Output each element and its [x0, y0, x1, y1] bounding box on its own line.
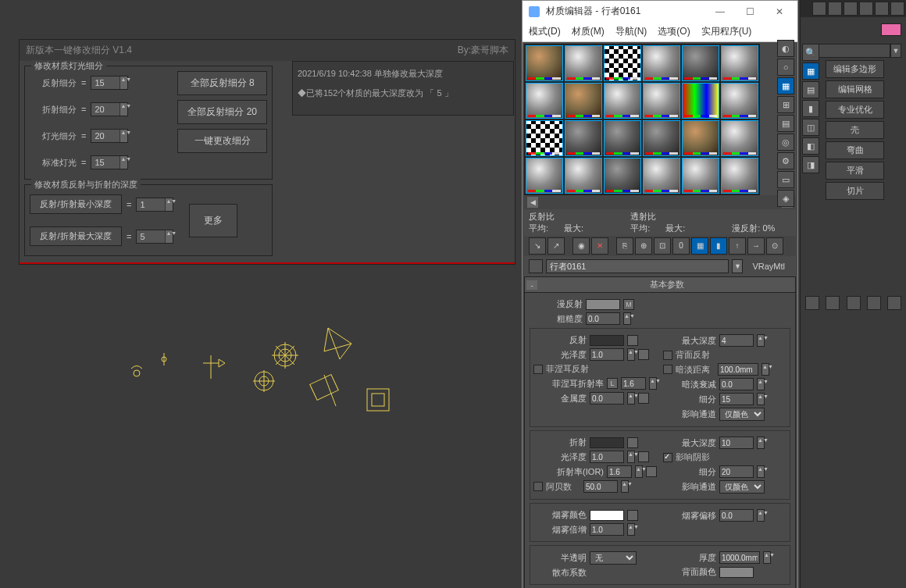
- dimdist-checkbox[interactable]: [663, 365, 672, 374]
- rollout-basic-params[interactable]: - 基本参数: [524, 276, 796, 293]
- dropper-icon[interactable]: [529, 259, 543, 273]
- dimdist-input[interactable]: [718, 363, 758, 376]
- fog-bias-input[interactable]: [719, 509, 754, 522]
- background-icon[interactable]: ▦: [777, 77, 794, 94]
- utilities-tab-icon[interactable]: [890, 2, 904, 16]
- options-icon[interactable]: ⚙: [777, 152, 794, 169]
- refract-gloss-input[interactable]: [590, 451, 624, 463]
- reflect-affect-select[interactable]: 仅颜色: [719, 408, 765, 421]
- mod-edit-mesh[interactable]: 编辑网格: [826, 80, 884, 98]
- material-name-input[interactable]: [546, 259, 729, 273]
- refract-maxdepth-input[interactable]: [719, 437, 754, 449]
- menu-utilities[interactable]: 实用程序(U): [701, 25, 752, 38]
- sample-type-icon[interactable]: ◐: [777, 40, 794, 57]
- light-subdiv-spinner[interactable]: ▲▼: [91, 129, 128, 143]
- modify-tab-icon[interactable]: [828, 2, 842, 16]
- mod-edit-poly[interactable]: 编辑多边形: [826, 60, 884, 78]
- fresnel-ior-input[interactable]: [621, 377, 646, 390]
- create-tab-icon[interactable]: [812, 2, 826, 16]
- mod-smooth[interactable]: 平滑: [826, 162, 884, 180]
- tool-icon-3[interactable]: ▤: [802, 81, 819, 98]
- video-check-icon[interactable]: ▤: [777, 115, 794, 132]
- assign-icon[interactable]: ◉: [572, 237, 590, 255]
- std-light-spinner[interactable]: ▲▼: [91, 155, 128, 169]
- sample-slot[interactable]: [643, 45, 680, 81]
- configure-sets-icon[interactable]: [887, 296, 901, 310]
- affect-shadow-checkbox[interactable]: [663, 453, 672, 462]
- show-end-icon[interactable]: ▮: [710, 237, 727, 255]
- go-parent-icon[interactable]: ↑: [729, 237, 746, 255]
- show-map-icon[interactable]: ▦: [691, 237, 708, 255]
- fresnel-checkbox[interactable]: [533, 365, 543, 374]
- show-end-result-icon[interactable]: [826, 296, 840, 310]
- display-tab-icon[interactable]: [875, 2, 889, 16]
- tool-icon-2[interactable]: ▦: [802, 62, 819, 80]
- mod-shell[interactable]: 壳: [826, 121, 884, 139]
- make-unique-stack-icon[interactable]: [847, 296, 861, 310]
- sample-slot[interactable]: [682, 120, 719, 156]
- sample-scrollbar[interactable]: ◀ ▶: [524, 195, 796, 209]
- material-map-icon[interactable]: ◈: [777, 190, 794, 207]
- mat-id-icon[interactable]: 0: [672, 237, 690, 255]
- sample-slot[interactable]: [565, 158, 602, 194]
- reflect-subdiv-spinner[interactable]: ▲▼: [91, 76, 128, 90]
- back-color[interactable]: [719, 567, 754, 578]
- btn-all-reflect-8[interactable]: 全部反射细分 8: [177, 71, 267, 95]
- refract-affect-select[interactable]: 仅颜色: [719, 480, 765, 494]
- menu-nav[interactable]: 导航(N): [615, 25, 647, 38]
- get-material-icon[interactable]: ↘: [529, 237, 546, 255]
- go-forward-icon[interactable]: →: [747, 237, 765, 255]
- mat-name-dropdown[interactable]: ▼: [732, 259, 743, 273]
- fog-mult-input[interactable]: [590, 523, 624, 536]
- btn-more[interactable]: 更多: [189, 204, 237, 237]
- sample-slot[interactable]: [682, 158, 719, 194]
- motion-tab-icon[interactable]: [859, 2, 873, 16]
- tool-icon-7[interactable]: ◨: [802, 156, 819, 173]
- sample-slot[interactable]: [604, 120, 641, 156]
- uv-tiling-icon[interactable]: ⊞: [777, 96, 794, 113]
- sss-type-select[interactable]: 无: [590, 551, 637, 565]
- tool-icon-5[interactable]: ◫: [802, 119, 819, 136]
- pick-icon[interactable]: ⊙: [766, 237, 783, 255]
- mod-bend[interactable]: 弯曲: [826, 141, 884, 159]
- sample-slot[interactable]: [604, 45, 641, 81]
- menu-options[interactable]: 选项(O): [658, 25, 690, 38]
- backlight-icon[interactable]: ○: [777, 59, 794, 76]
- sample-slot[interactable]: [526, 45, 563, 81]
- material-type-label[interactable]: VRayMtl: [746, 262, 791, 271]
- tool-icon-4[interactable]: ▮: [802, 100, 819, 117]
- mod-pro-optimize[interactable]: 专业优化: [826, 101, 884, 119]
- reflect-gloss-input[interactable]: [590, 348, 624, 361]
- sample-slot[interactable]: [526, 158, 563, 194]
- btn-all-reflect-20[interactable]: 全部反射细分 20: [177, 100, 267, 124]
- btn-one-key-subdiv[interactable]: 一键更改细分: [177, 129, 267, 153]
- sample-slot[interactable]: [721, 45, 758, 81]
- mat-titlebar[interactable]: 材质编辑器 - 行者0161 — ☐ ✕: [523, 1, 797, 22]
- sample-slot[interactable]: [721, 158, 758, 194]
- reflect-subdiv-input[interactable]: [719, 393, 754, 405]
- max-depth-label[interactable]: 反射/折射最大深度: [30, 226, 122, 246]
- sample-slot[interactable]: [565, 83, 602, 119]
- menu-mode[interactable]: 模式(D): [529, 25, 561, 38]
- refract-color[interactable]: [590, 437, 624, 448]
- menu-material[interactable]: 材质(M): [572, 25, 605, 38]
- min-depth-spinner[interactable]: ▲▼: [136, 198, 173, 212]
- preview-icon[interactable]: ◎: [777, 134, 794, 151]
- object-color-swatch[interactable]: [881, 23, 901, 36]
- scroll-left-icon[interactable]: ◀: [527, 197, 538, 208]
- sample-slot[interactable]: [565, 120, 602, 156]
- diffuse-map-button[interactable]: M: [623, 299, 634, 310]
- reset-icon[interactable]: ✕: [591, 237, 608, 255]
- reflect-maxdepth-input[interactable]: [719, 334, 754, 347]
- rollout-toggle-icon[interactable]: -: [526, 280, 537, 290]
- fog-color[interactable]: [590, 510, 624, 521]
- sample-slot[interactable]: [604, 83, 641, 119]
- viewport[interactable]: [125, 320, 422, 437]
- reflect-color[interactable]: [590, 335, 624, 346]
- close-button[interactable]: ✕: [768, 6, 791, 17]
- sample-slot[interactable]: [721, 83, 758, 119]
- min-depth-label[interactable]: 反射/折射最小深度: [30, 194, 122, 214]
- sample-slot[interactable]: [643, 83, 680, 119]
- sample-slot[interactable]: [721, 120, 758, 156]
- sample-slot[interactable]: [526, 83, 563, 119]
